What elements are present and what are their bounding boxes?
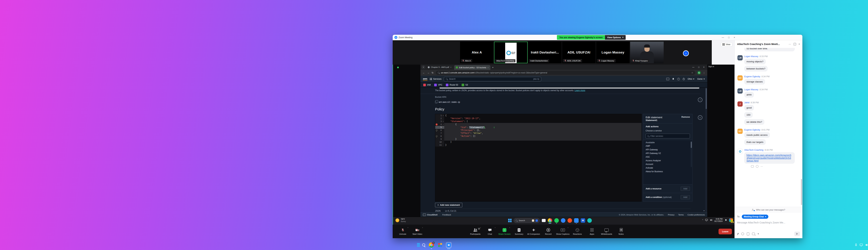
service-option[interactable]: API Gateway	[643, 148, 692, 151]
leave-button[interactable]: Leave	[718, 229, 732, 235]
share-options-chevron[interactable]: ^	[509, 227, 510, 229]
editor-empty-area[interactable]	[435, 147, 642, 201]
lightbulb-icon[interactable]	[436, 129, 437, 131]
reply-icon[interactable]	[751, 165, 754, 167]
format-icon[interactable]: T	[737, 232, 739, 235]
editor-line[interactable]: 1▾{	[435, 114, 642, 117]
remove-statement-button[interactable]: Remove	[681, 116, 690, 122]
participant-tile-video[interactable]: Khoji Yusupov	[630, 42, 664, 63]
attach-file-icon[interactable]	[747, 232, 749, 236]
editor-line[interactable]: 8 "Action": []	[435, 135, 642, 138]
browser-tab-s3-policy[interactable]: Edit bucket policy - S3 buckets ×	[454, 65, 490, 70]
copy-icon[interactable]	[435, 101, 437, 103]
code-text[interactable]: }	[444, 138, 642, 140]
service-option[interactable]: ASC	[643, 155, 692, 159]
favorite-s3[interactable]: S3	[462, 84, 468, 86]
account-menu[interactable]: Gene	[697, 78, 705, 80]
browser-profile-avatar[interactable]: G	[698, 71, 701, 74]
notes-button[interactable]: Notes	[614, 225, 628, 238]
word-icon[interactable]: W	[581, 218, 585, 223]
speaker-icon[interactable]	[710, 219, 712, 221]
service-option[interactable]: Alexa for Business	[643, 169, 692, 173]
next-participants-page-button[interactable]: ›	[683, 50, 689, 56]
chat-input[interactable]: Message AtlasTech Coaching's Zoom Me...	[737, 221, 800, 230]
share-screen-button[interactable]: ↑ Share Screen ^	[497, 225, 512, 238]
show-captions-button[interactable]: CC Show Captions ^	[556, 225, 570, 238]
code-text[interactable]: "Sid": "Statement1",	[444, 126, 642, 129]
editor-line[interactable]: 11}	[435, 144, 642, 147]
sender-name[interactable]: Jahid	[744, 101, 749, 104]
code-text[interactable]: {	[444, 123, 642, 126]
participants-options-chevron[interactable]: ^	[480, 227, 481, 229]
tab-close-icon[interactable]: ×	[488, 66, 489, 69]
service-list[interactable]: Available AMP API Gateway API Gateway V2…	[643, 140, 692, 184]
service-option[interactable]: Access Analyzer	[643, 159, 692, 162]
page-scrollbar[interactable]	[705, 88, 707, 212]
participant-tile[interactable]: Alex A Alex A	[460, 42, 494, 63]
taskbar-search-icon[interactable]	[422, 243, 426, 247]
start-button-icon[interactable]	[508, 219, 512, 222]
tray-chevron-up-icon[interactable]: ^	[702, 219, 703, 221]
view-button[interactable]: View	[721, 42, 732, 46]
feedback-link[interactable]: Feedback	[442, 214, 451, 216]
shared-taskbar-clock[interactable]: 8:45 PM9/17/2024	[714, 218, 722, 222]
privacy-link[interactable]: Privacy	[668, 214, 675, 216]
add-reaction-icon[interactable]	[756, 165, 758, 168]
cookie-preferences-link[interactable]: Cookie preferences	[687, 214, 705, 216]
zoom-taskbar-icon[interactable]	[446, 242, 452, 248]
editor-line[interactable]: 10 ]	[435, 140, 642, 144]
shared-link[interactable]: https://docs.aws.amazon.com/AmazonS3/lat…	[746, 154, 791, 162]
service-option[interactable]: Activate	[643, 166, 692, 169]
screenshot-icon[interactable]	[752, 232, 755, 235]
browser-menu-icon[interactable]: ⋮	[703, 71, 705, 74]
office-taskbar-icon[interactable]	[437, 242, 443, 248]
code-text[interactable]: "Version": "2012-10-17",	[444, 117, 642, 120]
favorite-iam[interactable]: IAM	[423, 84, 431, 86]
back-icon[interactable]: ←	[423, 71, 425, 74]
speaker-tray-icon[interactable]	[865, 244, 868, 247]
service-option[interactable]: API Gateway V2	[643, 151, 692, 155]
aws-logo[interactable]: aws	[423, 77, 427, 81]
info-panel-toggle-icon[interactable]: i	[698, 98, 702, 102]
bookmark-star-icon[interactable]: ☆	[691, 71, 693, 74]
blue-app-icon[interactable]	[561, 218, 565, 223]
participant-tile[interactable]: Logan Massey Logan Massey	[596, 42, 630, 63]
favorite-vpc[interactable]: VPC	[434, 84, 442, 86]
weather-widget[interactable]: 78°FSunny	[396, 218, 406, 222]
code-text[interactable]: "Statement": [	[444, 120, 642, 123]
code-text[interactable]: "Principal": {},	[444, 129, 642, 132]
spotify-icon[interactable]	[554, 218, 559, 223]
editor-line[interactable]: 9 }	[435, 138, 642, 140]
editor-line[interactable]: 2 "Version": "2012-10-17",	[435, 117, 642, 120]
chat-more-icon[interactable]: ⋯	[789, 43, 791, 45]
editor-line[interactable]: 5 "Sid": "Statement1",	[435, 126, 642, 129]
code-text[interactable]: ]	[444, 140, 642, 144]
recipient-selector[interactable]: Meeting Group Chat	[742, 215, 769, 219]
emoji-icon[interactable]	[741, 232, 744, 235]
fold-icon[interactable]: ▾	[442, 114, 444, 117]
editor-line[interactable]: 7 "Effect": "Allow",	[435, 132, 642, 135]
chat-button[interactable]: Chat ^	[483, 225, 497, 238]
add-new-statement-button[interactable]: + Add new statement	[435, 203, 462, 207]
scroll-down-arrow-icon[interactable]: ▼	[703, 210, 705, 212]
notification-bell-icon[interactable]	[724, 219, 727, 221]
add-resource-button[interactable]: Add	[681, 187, 690, 191]
summary-button[interactable]: Summary	[512, 225, 526, 238]
cloudshell-button[interactable]: >_CloudShell	[423, 214, 437, 216]
cloudshell-icon[interactable]: >_	[666, 78, 669, 80]
favorite-route53[interactable]: Route 53	[446, 84, 458, 86]
policy-json-editor[interactable]: 1▾{2 "Version": "2012-10-17",3▾ "Stateme…	[435, 114, 642, 201]
maximize-icon[interactable]: □	[728, 36, 730, 39]
unmute-button[interactable]: Unmute ^	[396, 225, 410, 238]
services-menu[interactable]: Services	[430, 78, 441, 80]
record-button[interactable]: Record	[541, 225, 556, 238]
display-icon[interactable]	[705, 219, 708, 221]
learn-more-link[interactable]: Learn more	[575, 89, 585, 92]
chat-close-icon[interactable]: ×	[799, 43, 800, 45]
sender-name[interactable]: AtlasTech Coaching	[744, 149, 763, 151]
add-condition-button[interactable]: Add	[681, 195, 690, 199]
editor-line[interactable]: 6 "Principal": {},	[435, 129, 642, 132]
file-explorer-icon[interactable]	[542, 219, 546, 222]
fold-icon[interactable]: ▾	[442, 123, 444, 126]
tab-search-icon[interactable]	[422, 66, 425, 69]
